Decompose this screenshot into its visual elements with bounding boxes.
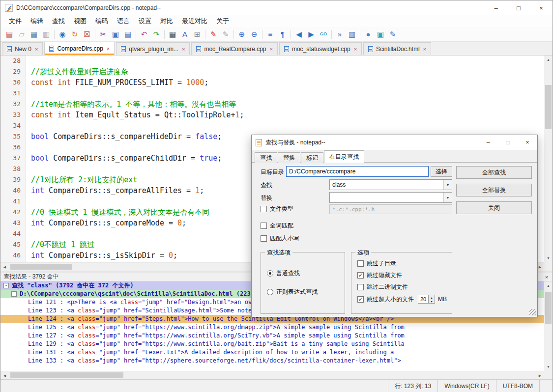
spinner-down-icon[interactable]: ▾ — [429, 299, 435, 303]
close-dialog-button[interactable]: 关闭 — [456, 201, 532, 214]
dialog-titlebar[interactable]: 查找与替换 - notepad-- –□× — [252, 135, 537, 150]
whole-word-checkbox[interactable]: 全词匹配 — [261, 222, 293, 230]
code-line[interactable]: 28 — [0, 56, 544, 66]
code-line[interactable]: 32//item是否相等的表示。1 不等，其他：相等。没有也当相等 — [0, 99, 544, 110]
tab-5[interactable]: ScintillaDoc.html× — [363, 42, 431, 55]
close-button[interactable]: × — [530, 0, 553, 15]
prev-result-button[interactable]: ◀ — [293, 28, 305, 40]
code-line[interactable]: 31 — [0, 88, 544, 99]
menu-item-4[interactable]: 编码 — [91, 15, 113, 27]
dialog-tab-1[interactable]: 替换 — [278, 152, 300, 163]
scroll-up-icon[interactable]: ▲ — [544, 281, 553, 290]
copy-button[interactable]: ▣ — [110, 28, 121, 40]
find-input[interactable] — [330, 180, 443, 190]
code-line[interactable]: 29//超过文件数量则开启进度条 — [0, 66, 544, 77]
show-symbols-button[interactable]: ¶ — [277, 28, 289, 40]
undo-button[interactable]: ↶ — [138, 28, 150, 40]
match-case-checkbox[interactable]: 匹配大小写 — [261, 234, 299, 243]
browse-button[interactable]: 选择 — [431, 166, 452, 177]
minimize-button[interactable]: – — [485, 0, 507, 15]
chevron-down-icon[interactable]: ▼ — [443, 193, 452, 202]
print-button[interactable]: ▦ — [167, 28, 178, 40]
dialog-tab-2[interactable]: 标记 — [301, 152, 323, 163]
results-vscrollbar[interactable]: ▲ ▼ — [544, 281, 553, 371]
scroll-down-icon[interactable]: ▼ — [544, 363, 553, 371]
menu-item-0[interactable]: 文件 — [4, 15, 26, 27]
menu-item-5[interactable]: 语言 — [113, 15, 134, 27]
results-hscrollbar[interactable]: ◀ ▶ — [0, 371, 544, 379]
globe-button[interactable]: ● — [362, 28, 374, 40]
tab-0[interactable]: New 0× — [2, 42, 43, 55]
mark-clear-button[interactable]: ✎ — [220, 28, 232, 40]
tab-close-icon[interactable]: × — [423, 46, 426, 52]
word-wrap-button[interactable]: ≡ — [264, 28, 276, 40]
collapse-expander-icon[interactable]: - — [3, 283, 9, 288]
compare-button[interactable]: ▣ — [375, 28, 386, 40]
tab-close-icon[interactable]: × — [269, 46, 272, 52]
checkbox-option-1[interactable]: ✓跳过隐藏文件 — [357, 271, 402, 280]
save-button[interactable]: ▦ — [28, 28, 40, 40]
tab-close-icon[interactable]: × — [354, 46, 357, 52]
close-file-button[interactable]: ☒ — [81, 28, 93, 40]
result-row-8[interactable]: Line 131 : <a class="jump" href="Lexer.t… — [0, 348, 544, 357]
results-vscroll-thumb[interactable] — [545, 292, 552, 324]
editor-vscrollbar[interactable]: ▲ ▼ — [544, 56, 553, 262]
chevron-down-icon[interactable]: ▼ — [443, 180, 452, 190]
open-folder-button[interactable]: ▱ — [16, 28, 28, 40]
tab-4[interactable]: moc_statuswidget.cpp× — [279, 42, 362, 55]
replace-input[interactable] — [330, 193, 443, 202]
resize-grip[interactable] — [529, 309, 536, 315]
tab-2[interactable]: qtvars_plugin_im...× — [116, 42, 190, 55]
mark-red-button[interactable]: ✎ — [207, 28, 219, 40]
spinner-up-icon[interactable]: ▴ — [429, 295, 435, 299]
menu-item-8[interactable]: 最近对比 — [177, 15, 212, 27]
zoom-in-button[interactable]: ⊕ — [236, 28, 248, 40]
result-row-6[interactable]: Line 127 : <a class="jump" href="https:/… — [0, 332, 544, 340]
zoom-out-button[interactable]: ⊖ — [248, 28, 260, 40]
dialog-tab-3[interactable]: 在目录查找 — [324, 150, 364, 163]
dialog-tab-0[interactable]: 查找 — [255, 152, 277, 163]
code-line[interactable]: 30const int FILE_NUM_PROCESS_LIMIT = 100… — [0, 77, 544, 88]
replace-combobox[interactable]: ▼ — [329, 192, 452, 203]
encoding-button[interactable]: ◉ — [57, 28, 68, 40]
radio-option-1[interactable]: 正则表达式查找 — [267, 288, 318, 296]
checkbox-option-0[interactable]: 跳过子目录 — [357, 259, 396, 268]
paste-button[interactable]: ▤ — [122, 28, 134, 40]
editor-vscroll-thumb[interactable] — [545, 85, 552, 129]
dialog-minimize-button[interactable]: – — [478, 135, 498, 150]
dialog-maximize-button[interactable]: □ — [498, 135, 518, 150]
tab-close-icon[interactable]: × — [35, 46, 38, 52]
redo-button[interactable]: ↷ — [150, 28, 162, 40]
results-close-icon[interactable]: × — [543, 274, 551, 280]
save-all-button[interactable]: ▥ — [40, 28, 52, 40]
scroll-right-icon[interactable]: ▶ — [536, 371, 544, 380]
menu-item-3[interactable]: 视图 — [69, 15, 91, 27]
result-row-7[interactable]: Line 129 : <a class="jump" href="https:/… — [0, 340, 544, 348]
dialog-close-button[interactable]: × — [518, 135, 537, 150]
scroll-left-icon[interactable]: ◀ — [0, 371, 9, 380]
menu-item-6[interactable]: 设置 — [134, 15, 156, 27]
cut-button[interactable]: ✂ — [97, 28, 109, 40]
find-all-button[interactable]: 全部查找 — [456, 166, 532, 179]
edit-button[interactable]: ✎ — [387, 28, 399, 40]
next-result-button[interactable]: ▶ — [305, 28, 317, 40]
filetype-checkbox[interactable]: 文件类型 — [261, 205, 293, 213]
reload-button[interactable]: ↻ — [69, 28, 81, 40]
code-line[interactable]: 34 — [0, 120, 544, 131]
result-row-5[interactable]: Line 125 : <a class="jump" href="https:/… — [0, 323, 544, 332]
tab-close-icon[interactable]: × — [107, 46, 110, 52]
grid-button[interactable]: ⊞ — [191, 28, 203, 40]
menu-item-9[interactable]: 关于 — [212, 15, 233, 27]
scroll-down-icon[interactable]: ▼ — [544, 254, 553, 262]
results-hscroll-thumb[interactable] — [10, 372, 123, 378]
locate-button[interactable]: » — [334, 28, 346, 40]
tab-3[interactable]: moc_RealCompare.cpp× — [191, 42, 278, 55]
new-file-button[interactable]: ▤ — [3, 28, 15, 40]
menu-item-2[interactable]: 查找 — [48, 15, 69, 27]
max-size-spinner[interactable]: 20▴▾ — [418, 295, 435, 304]
goto-button[interactable]: GO — [318, 28, 329, 40]
notebook-button[interactable]: ▥ — [346, 28, 358, 40]
find-in-files-button[interactable]: A — [179, 28, 191, 40]
maximize-button[interactable]: □ — [507, 0, 530, 15]
menu-item-7[interactable]: 对比 — [156, 15, 177, 27]
